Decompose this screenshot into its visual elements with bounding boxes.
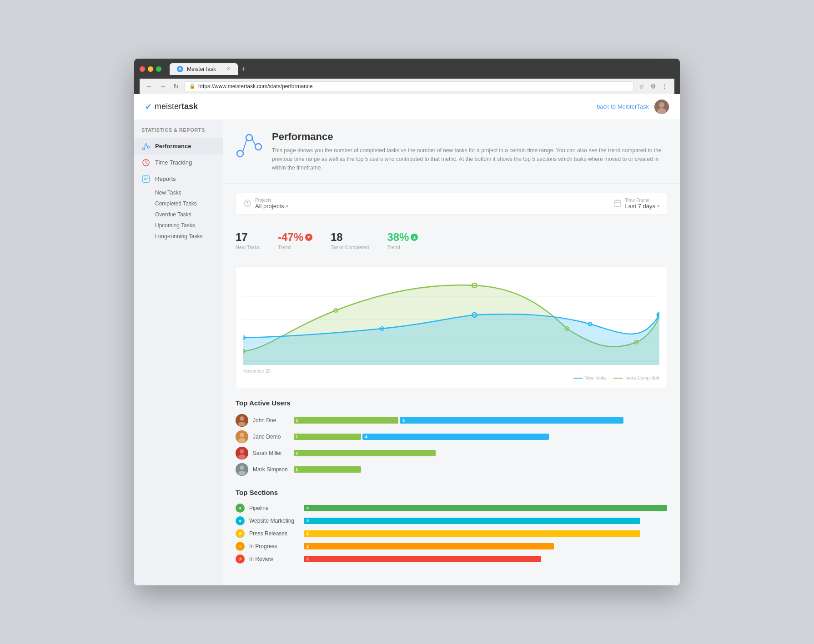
maximize-button[interactable] xyxy=(156,66,161,72)
svg-point-44 xyxy=(240,433,244,437)
tab-bar: MeisterTask ✕ + xyxy=(170,63,249,75)
sidebar: Statistics & Reports Performance xyxy=(134,120,223,586)
new-tab-button[interactable]: + xyxy=(238,63,249,75)
bar-green-mark-simpson: 1 xyxy=(294,466,361,473)
new-tasks-label: New Tasks xyxy=(236,245,260,250)
logo-second: task xyxy=(181,102,198,111)
timeframe-label: Time Frame xyxy=(625,198,660,203)
sidebar-label-performance: Performance xyxy=(155,143,191,150)
trend2-row: 38% ▲ xyxy=(387,231,418,244)
reports-icon xyxy=(141,175,151,184)
bar-green-label-mark-simpson: 1 xyxy=(296,467,298,472)
top-sections-title: Top Sections xyxy=(236,489,667,496)
logo-first: meister xyxy=(155,102,181,111)
top-active-users-title: Top Active Users xyxy=(236,399,667,407)
user-row-mark-simpson: Mark Simpson 1 xyxy=(236,463,667,476)
traffic-lights xyxy=(140,66,161,72)
browser-tab[interactable]: MeisterTask ✕ xyxy=(170,63,238,75)
trend2-value: 38% xyxy=(387,231,409,244)
address-bar[interactable]: 🔒 https://www.meistertask.com/stats/perf… xyxy=(184,81,633,91)
user-name-mark-simpson: Mark Simpson xyxy=(253,466,289,473)
sidebar-sub-item-upcoming-tasks[interactable]: Upcoming Tasks xyxy=(134,220,223,231)
section-row-website-marketing: ● Website Marketing 3 xyxy=(236,516,667,525)
bar-green-jane-demo: 1 xyxy=(294,434,361,440)
legend-tasks-completed-line xyxy=(613,378,623,379)
browser-chrome: MeisterTask ✕ + ← → ↻ 🔒 https://www.meis… xyxy=(134,59,680,94)
url-text: https://www.meistertask.com/stats/perfor… xyxy=(198,83,312,90)
content-area: Projects All projects ▾ xyxy=(223,184,680,585)
trend1-badge: ▼ xyxy=(305,234,312,241)
svg-point-39 xyxy=(657,313,659,317)
section-bar-label-website-marketing: 3 xyxy=(307,519,309,523)
section-bar-in-review: 2 xyxy=(304,556,541,562)
reload-button[interactable]: ↻ xyxy=(171,82,181,91)
user-avatar[interactable] xyxy=(654,100,669,114)
page-title: Performance xyxy=(272,131,667,143)
trend2-label: Trend xyxy=(387,245,418,250)
svg-line-7 xyxy=(147,145,148,147)
section-icon-in-progress: ⚡ xyxy=(236,542,245,551)
project-dropdown[interactable]: All projects ▾ xyxy=(255,203,288,210)
browser-toolbar: ← → ↻ 🔒 https://www.meistertask.com/stat… xyxy=(140,79,674,94)
tab-title: MeisterTask xyxy=(187,66,216,72)
back-button[interactable]: ← xyxy=(144,82,154,91)
forward-button[interactable]: → xyxy=(158,82,168,91)
svg-line-18 xyxy=(252,139,256,145)
extensions-button[interactable]: ⚙ xyxy=(648,82,658,91)
page-header-icon xyxy=(236,131,263,158)
sidebar-sub-item-new-tasks[interactable]: New Tasks xyxy=(134,187,223,198)
section-bar-pipeline: 4 xyxy=(304,505,667,511)
sidebar-item-reports[interactable]: Reports xyxy=(134,171,223,187)
section-bar-in-progress: 2 xyxy=(304,543,554,549)
filter-bar: Projects All projects ▾ xyxy=(236,193,667,215)
chart-date-label: November 29 xyxy=(243,369,271,374)
app-body: Statistics & Reports Performance xyxy=(134,120,680,586)
app-container: ✔ meistertask back to MeisterTask xyxy=(134,94,680,586)
legend-new-tasks-label: New Tasks xyxy=(584,375,606,380)
timeframe-filter-labels: Time Frame Last 7 days ▾ xyxy=(625,198,660,210)
timeframe-filter[interactable]: Time Frame Last 7 days ▾ xyxy=(613,198,660,210)
section-bar-label-press-releases: 1 xyxy=(307,531,309,536)
svg-point-41 xyxy=(240,416,244,421)
menu-button[interactable]: ⋮ xyxy=(660,82,670,91)
sidebar-sub-item-long-running-tasks[interactable]: Long-running Tasks xyxy=(134,231,223,242)
minimize-button[interactable] xyxy=(148,66,153,72)
svg-point-1 xyxy=(659,102,664,108)
sidebar-label-reports: Reports xyxy=(155,175,176,182)
bar-group-sarah-miller: 2 xyxy=(294,450,667,456)
user-name-john-doe: John Doe xyxy=(253,417,289,424)
avatar-john-doe xyxy=(236,414,248,427)
tab-favicon xyxy=(177,66,183,72)
project-label: Projects xyxy=(255,198,288,203)
svg-point-45 xyxy=(238,438,246,443)
sidebar-sub-item-overdue-tasks[interactable]: Overdue Tasks xyxy=(134,209,223,220)
user-row-john-doe: John Doe 3 5 xyxy=(236,414,667,427)
timeframe-dropdown[interactable]: Last 7 days ▾ xyxy=(625,203,660,210)
back-to-meistertask-link[interactable]: back to MeisterTask xyxy=(597,103,649,110)
timeframe-icon xyxy=(613,199,622,209)
project-filter[interactable]: Projects All projects ▾ xyxy=(243,198,288,210)
legend-new-tasks-line xyxy=(573,378,583,379)
section-row-press-releases: ★ Press Releases 1 xyxy=(236,529,667,538)
legend-tasks-completed: Tasks Completed xyxy=(613,375,659,380)
bar-group-mark-simpson: 1 xyxy=(294,466,667,473)
user-row-sarah-miller: Sarah Miller 2 xyxy=(236,447,667,459)
page-description: This page shows you the number of comple… xyxy=(272,146,667,173)
bar-blue-label-john-doe: 5 xyxy=(402,418,405,423)
section-icon-pipeline: ● xyxy=(236,504,245,513)
section-icon-in-review: ⚡ xyxy=(236,554,245,564)
svg-point-16 xyxy=(255,144,261,150)
close-button[interactable] xyxy=(140,66,145,72)
sidebar-item-performance[interactable]: Performance xyxy=(134,138,223,155)
tab-close-button[interactable]: ✕ xyxy=(226,66,231,72)
bookmark-button[interactable]: ☆ xyxy=(637,82,647,91)
stat-new-tasks: 17 New Tasks xyxy=(236,231,260,250)
sidebar-sub-item-completed-tasks[interactable]: Completed Tasks xyxy=(134,198,223,209)
stats-row: 17 New Tasks -47% ▼ Trend 18 T xyxy=(236,224,667,257)
section-row-pipeline: ● Pipeline 4 xyxy=(236,504,667,513)
svg-line-17 xyxy=(243,140,246,152)
project-caret-icon: ▾ xyxy=(286,204,288,209)
sidebar-item-time-tracking[interactable]: Time Tracking xyxy=(134,155,223,171)
legend-new-tasks: New Tasks xyxy=(573,375,606,380)
svg-point-20 xyxy=(246,201,249,203)
